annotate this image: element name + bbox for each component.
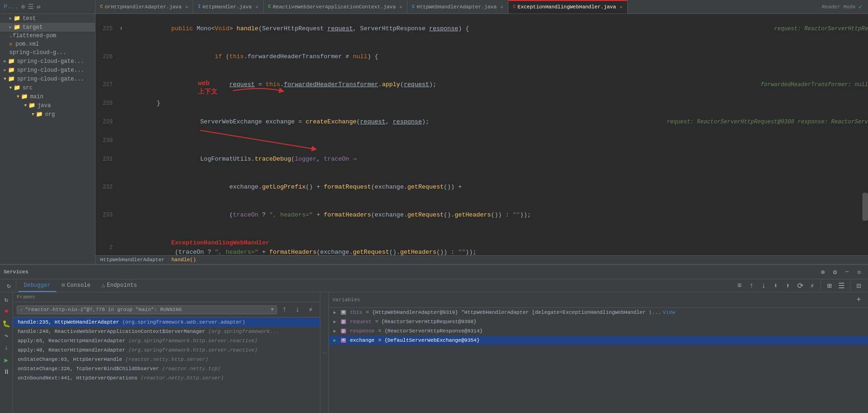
panel-resizer[interactable]: ⋮ [320,292,329,413]
tab-4-label: HttpWebHandlerAdapter.java [417,4,497,10]
tab-1-label: orHttpHandlerAdapter.java [105,4,182,10]
panel-icon-settings[interactable]: ⚙ [830,267,840,277]
frames-header: Frames [13,292,320,302]
tab-endpoints[interactable]: △ Endpoints [96,279,142,292]
frame-method-4: onStateChange:63, [18,357,70,362]
tab-2-close[interactable]: ✕ [256,4,258,10]
frame-step-up[interactable]: ↑ [279,304,290,315]
project-icon[interactable]: P... [4,3,18,10]
frame-item-2[interactable]: apply:65, ReactorHttpHandlerAdapter (org… [13,336,320,345]
frame-filter[interactable]: ⚡ [305,304,316,315]
tab-3-close[interactable]: ✕ [400,4,402,10]
debug-btn-down[interactable]: ↓ [758,280,769,291]
debug-btn-expand-panel[interactable]: ⊡ [853,280,864,291]
arrow-icon-java: ▼ [24,103,27,108]
side-icon-pause[interactable]: ⏸ [1,367,12,377]
debug-btn-filter[interactable]: ⚡ [807,280,818,291]
frame-class-5: TcpServerBind$ChildObserver [76,366,159,372]
panel-icon-expand[interactable]: ⊡ [854,267,864,277]
frame-item-5[interactable]: onStateChange:226, TcpServerBind$ChildOb… [13,364,320,373]
tool-icon-1[interactable]: ⊕ [21,3,25,11]
tab-4[interactable]: C HttpWebHandlerAdapter.java ✕ [407,0,509,14]
frame-method-3: apply:40, [18,347,45,353]
side-icon-bug[interactable]: 🐛 [1,318,12,329]
debug-btn-grid[interactable]: ⊞ [824,280,835,291]
var-item-response[interactable]: ▶ p response = {ReactorServerHttpRespons… [329,326,868,336]
frame-package-0: (org.springframework.web.server.adapter) [122,319,245,325]
sidebar-item-pom[interactable]: m pom.xml [0,40,95,48]
tab-4-close[interactable]: ✕ [501,4,503,10]
tab-1-close[interactable]: ✕ [185,4,188,10]
tab-5[interactable]: C ExceptionHandlingWebHandler.java ✕ [509,0,628,14]
panel-icon-globe[interactable]: ⊕ [818,267,828,277]
sidebar-label-java: java [37,102,51,109]
frame-item-6[interactable]: onInboundNext:441, HttpServerOperations … [13,373,320,383]
line-code-225[interactable]: public Mono<Void> handle(ServerHttpReque… [126,15,765,43]
debug-btn-reload[interactable]: ⟳ [794,280,806,291]
check-icon: ✓ [20,307,23,313]
editor-area: 225 ⬆ public Mono<Void> handle(ServerHtt… [95,14,868,264]
arrow-icon: ▶ [9,16,12,21]
sidebar-item-spring3[interactable]: ▶ 📁 spring-cloud-gate... [0,66,95,74]
debug-btn-up[interactable]: ↑ [746,280,757,291]
side-refresh-icon[interactable]: ↻ [4,281,14,291]
sidebar-item-flattened[interactable]: .flattened-pom [0,32,95,40]
thread-select[interactable]: ✓ "reactor-http-nio-2"@7,776 in group "m… [17,305,277,314]
frame-item-3[interactable]: apply:40, ReactorHttpHandlerAdapter (org… [13,345,320,355]
breadcrumb-class[interactable]: HttpWebHandlerAdapter [100,257,165,263]
tab-5-close[interactable]: ✕ [620,4,623,10]
tab-2[interactable]: I HttpHandler.java ✕ [193,0,264,14]
side-icon-step-over[interactable]: ↷ [1,331,12,341]
frame-item-1[interactable]: handle:240, ReactiveWebServerApplication… [13,327,320,336]
frame-method-5: onStateChange:226, [18,366,73,372]
tab-console[interactable]: ⊞ Console [56,279,96,292]
debug-btn-list2[interactable]: ☰ [836,280,847,291]
tab-1[interactable]: C orHttpHandlerAdapter.java ✕ [95,0,193,14]
debug-side-icons: ↻ ■ 🐛 ↷ ↓ ▶ ⏸ [0,292,13,413]
debug-btn-list[interactable]: ≡ [734,280,745,291]
var-arrow-request: ▶ [333,319,339,325]
sidebar-item-test[interactable]: ▶ 📁 test [0,14,95,23]
var-view-this[interactable]: View [663,310,675,315]
sidebar-item-java[interactable]: ▼ 📁 java [0,101,95,110]
frames-list: handle:235, HttpWebHandlerAdapter (org.s… [13,318,320,413]
side-icon-refresh[interactable]: ↻ [1,294,12,305]
var-item-exchange[interactable]: ▶ ≡ exchange = {DefaultServerWebExchange… [329,336,868,345]
sidebar-item-spring2[interactable]: ▶ 📁 spring-cloud-gate... [0,57,95,66]
sidebar-item-target[interactable]: ▶ 📁 target [0,23,95,32]
folder-icon-spring4: 📁 [8,75,15,82]
frame-class-6: HttpServerOperations [76,375,137,381]
arrow-icon-spring4: ▼ [4,77,6,81]
panel-header: Services ⊕ ⚙ − ⊡ [0,265,868,279]
side-icon-step-into[interactable]: ↓ [1,343,12,353]
line-gutter-225: ⬆ [116,24,126,34]
frame-item-4[interactable]: onStateChange:63, HttpServerHandle (reac… [13,355,320,364]
frame-item-0[interactable]: handle:235, HttpWebHandlerAdapter (org.s… [13,318,320,327]
folder-icon-org: 📁 [36,111,43,118]
sidebar-item-spring4[interactable]: ▼ 📁 spring-cloud-gate... [0,74,95,83]
code-line-227: 227 request = this.forwardedHeaderTransf… [95,71,868,99]
sidebar-item-spring1[interactable]: spring-cloud-g... [0,48,95,57]
tab-debugger[interactable]: Debugger [18,280,56,292]
var-add-btn[interactable]: + [853,294,864,305]
debug-btn-upload[interactable]: ⬆ [782,280,793,291]
tool-icon-2[interactable]: ☰ [28,3,34,11]
tool-icon-3[interactable]: ⇄ [37,3,41,11]
kw-public: public [171,25,197,32]
sidebar-item-org[interactable]: ▼ 📁 org [0,110,95,119]
sidebar-item-main[interactable]: ▼ 📁 main [0,92,95,101]
variables-panel: Variables + ▶ ≡ this = {HttpWebHandlerAd… [329,292,868,413]
var-item-request[interactable]: ▶ p request = {ReactorServerHttpRequest@… [329,317,868,326]
frame-method-2: apply:65, [18,338,45,344]
side-icon-stop[interactable]: ■ [1,306,12,317]
side-icon-play[interactable]: ▶ [1,355,12,365]
tab-3[interactable]: C ReactiveWebServerApplicationContext.ja… [264,0,407,14]
breadcrumb-method[interactable]: handle() [171,257,196,263]
code-line-232: 232 exchange.getLogPrefix() + formatRequ… [95,173,868,201]
frame-step-down[interactable]: ↓ [292,304,303,315]
debug-btn-download[interactable]: ⬇ [770,280,781,291]
var-item-this[interactable]: ▶ ≡ this = {HttpWebHandlerAdapter@9319} … [329,308,868,317]
panel-icon-minus[interactable]: − [842,267,852,277]
sidebar-item-src[interactable]: ▼ 📁 src [0,83,95,92]
reader-mode-check[interactable]: ✓ [859,3,862,11]
